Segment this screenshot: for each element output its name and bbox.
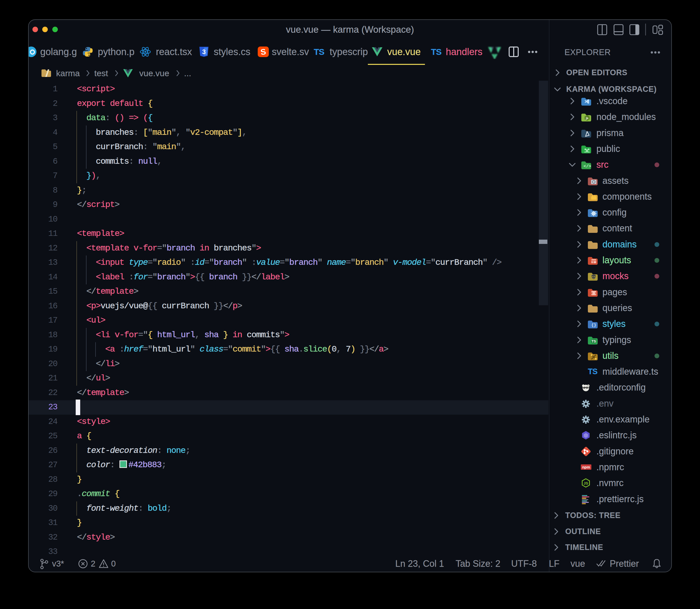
svg-text:js: js bbox=[585, 117, 588, 120]
svg-text:TS: TS bbox=[592, 339, 596, 343]
svg-text:</>: </> bbox=[583, 164, 591, 169]
svg-text:JS: JS bbox=[583, 481, 588, 485]
svg-text:npm: npm bbox=[582, 465, 590, 469]
svg-text:3: 3 bbox=[202, 48, 206, 56]
svg-text:{}: {} bbox=[591, 323, 596, 328]
